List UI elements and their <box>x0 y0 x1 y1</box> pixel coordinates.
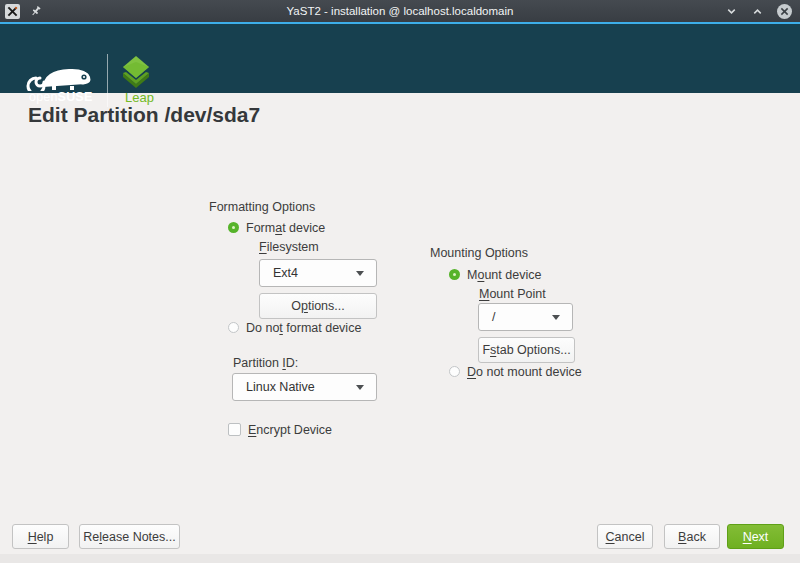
format-device-label[interactable]: Format device <box>246 221 325 235</box>
partition-id-select[interactable]: Linux Native <box>232 373 377 401</box>
window-bottom-edge <box>0 554 800 563</box>
partition-id-selected-value: Linux Native <box>246 380 315 394</box>
mount-device-radio[interactable] <box>449 269 460 280</box>
filesystem-selected-value: Ext4 <box>273 266 298 280</box>
fs-options-button[interactable]: Options... <box>259 293 377 319</box>
back-button[interactable]: Back <box>664 524 720 549</box>
mount-device-label[interactable]: Mount device <box>467 268 541 282</box>
banner-separator <box>107 54 108 107</box>
opensuse-chameleon-icon <box>26 55 96 91</box>
filesystem-label: Filesystem <box>259 240 319 254</box>
close-button[interactable] <box>777 4 792 19</box>
formatting-options-label: Formatting Options <box>209 200 315 214</box>
window-title: YaST2 - installation @ localhost.localdo… <box>287 5 514 17</box>
help-button[interactable]: Help <box>12 524 69 549</box>
encrypt-device-label[interactable]: Encrypt Device <box>248 423 332 437</box>
page-title: Edit Partition /dev/sda7 <box>28 103 260 127</box>
mounting-options-label: Mounting Options <box>430 246 528 260</box>
maximize-button[interactable] <box>751 5 764 18</box>
mount-point-selected-value: / <box>492 310 495 324</box>
format-device-radio[interactable] <box>228 222 239 233</box>
encrypt-device-checkbox[interactable] <box>228 423 241 436</box>
next-button[interactable]: Next <box>727 524 784 549</box>
chevron-down-icon <box>356 271 364 276</box>
partition-id-label: Partition ID: <box>233 356 298 370</box>
fstab-options-button[interactable]: Fstab Options... <box>478 337 575 363</box>
titlebar[interactable]: YaST2 - installation @ localhost.localdo… <box>0 0 800 22</box>
yast2-window: { "window": { "title": "YaST2 - installa… <box>0 0 800 563</box>
do-not-mount-radio[interactable] <box>449 366 460 377</box>
opensuse-banner: openSUSE Leap <box>0 24 800 93</box>
mount-point-select[interactable]: / <box>478 303 573 331</box>
leap-diamond-icon <box>122 56 150 89</box>
chevron-down-icon <box>356 385 364 390</box>
minimize-button[interactable] <box>725 5 738 18</box>
do-not-mount-label[interactable]: Do not mount device <box>467 365 582 379</box>
do-not-format-label[interactable]: Do not format device <box>246 321 361 335</box>
chevron-down-icon <box>552 315 560 320</box>
pin-icon[interactable] <box>30 5 42 17</box>
do-not-format-radio[interactable] <box>228 322 239 333</box>
opensuse-wordmark: openSUSE <box>29 90 92 104</box>
x11-app-icon[interactable] <box>5 4 20 19</box>
release-notes-button[interactable]: Release Notes... <box>79 524 180 549</box>
mount-point-label: Mount Point <box>479 287 546 301</box>
cancel-button[interactable]: Cancel <box>597 524 653 549</box>
filesystem-select[interactable]: Ext4 <box>259 259 377 287</box>
